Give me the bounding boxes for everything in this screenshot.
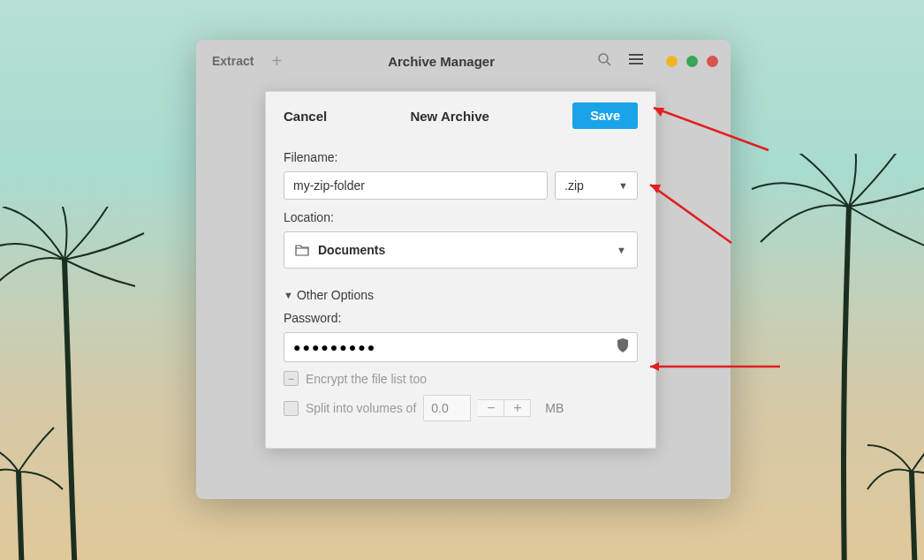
svg-line-1 [607,62,610,65]
other-options-expander[interactable]: ▼ Other Options [284,288,638,302]
location-value: Documents [318,243,385,257]
dialog-header: Cancel New Archive Save [266,92,655,145]
window-controls [666,56,718,67]
split-unit: MB [545,401,564,415]
extension-dropdown[interactable]: .zip ▼ [555,171,638,200]
encrypt-label: Encrypt the file list too [306,372,427,386]
caret-down-icon: ▼ [284,290,293,300]
stepper-minus[interactable]: − [478,399,504,417]
password-label: Password: [284,311,638,325]
archive-manager-window: Extract + Archive Manager Cancel New Arc… [196,40,731,499]
split-checkbox[interactable] [284,401,299,416]
hamburger-menu-icon[interactable] [622,49,650,72]
search-icon[interactable] [594,49,615,73]
filename-input[interactable] [284,171,548,200]
location-dropdown[interactable]: Documents ▼ [284,231,638,269]
shield-icon [617,338,629,356]
encrypt-filelist-row: Encrypt the file list too [284,371,638,386]
filename-label: Filename: [284,150,638,164]
split-volumes-row: Split into volumes of − + MB [284,395,638,421]
new-archive-dialog: Cancel New Archive Save Filename: .zip ▼… [265,91,656,449]
chevron-down-icon: ▼ [618,180,628,191]
save-button[interactable]: Save [572,102,638,129]
maximize-button[interactable] [686,56,698,67]
cancel-button[interactable]: Cancel [284,109,327,124]
minimize-button[interactable] [666,56,678,67]
split-size-input[interactable] [423,395,471,421]
chevron-down-icon: ▼ [617,245,626,255]
other-options-label: Other Options [297,288,374,302]
password-input[interactable] [284,332,638,362]
folder-icon [295,244,309,256]
split-stepper: − + [478,399,531,417]
bg-palm-left [0,207,186,560]
bg-palm-right [712,154,924,560]
dialog-title: New Archive [410,109,489,124]
location-label: Location: [284,210,638,224]
extract-button[interactable]: Extract [208,49,257,73]
encrypt-checkbox[interactable] [284,371,299,386]
extension-value: .zip [564,178,584,193]
close-button[interactable] [707,56,718,67]
svg-point-0 [599,54,608,63]
stepper-plus[interactable]: + [504,399,531,417]
split-label: Split into volumes of [306,401,416,415]
add-button[interactable]: + [264,51,289,72]
titlebar: Extract + Archive Manager [196,40,731,82]
window-title: Archive Manager [296,54,587,69]
